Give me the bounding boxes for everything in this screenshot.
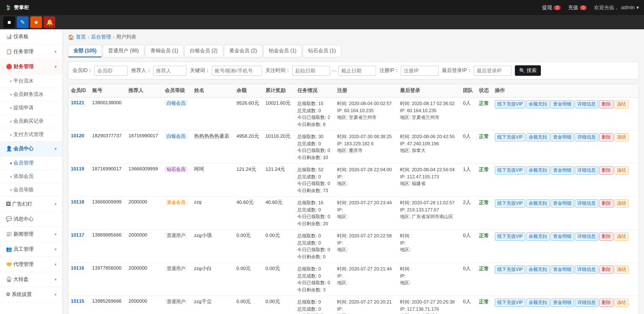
user-dropdown-icon[interactable]: ▾ (636, 5, 639, 10)
action-btn-冻结[interactable]: 冻结 (614, 299, 628, 307)
action-btn-删除[interactable]: 删除 (599, 133, 613, 142)
cell-actions: 线下充值VIP余额充扣资金明细详细信息删除冻结 (492, 197, 639, 230)
sidebar-item-settings[interactable]: ⚙ 系统设置 ▾ (0, 287, 62, 302)
action-btn-冻结[interactable]: 冻结 (614, 166, 628, 175)
withdraw-btn[interactable]: 提现 0 (542, 4, 561, 11)
action-btn-资金明细[interactable]: 资金明细 (551, 199, 574, 208)
chevron-icon: ▾ (55, 64, 57, 69)
search-button[interactable]: 🔍 搜索 (515, 65, 541, 76)
sidebar-item-finance-mgmt[interactable]: 🔴 财务管理 ▾ (0, 59, 62, 75)
toolbar-icon-star[interactable]: ★ (30, 16, 42, 28)
action-btn-余额充扣[interactable]: 余额充扣 (526, 100, 550, 108)
sidebar-sub-member-level[interactable]: 会员等级 (0, 183, 62, 197)
sidebar-item-ad[interactable]: 🖼 广告幻灯 ▾ (0, 197, 62, 212)
follow-time-group: 关注时间： — (265, 66, 376, 76)
sidebar-sub-add-member[interactable]: 添加会员 (0, 170, 62, 183)
action-btn-删除[interactable]: 删除 (599, 299, 613, 307)
keyword-input[interactable] (212, 66, 262, 76)
toolbar-icon-black[interactable]: ■ (3, 16, 15, 28)
toolbar-icon-edit[interactable]: ✎ (17, 16, 29, 28)
sidebar-sub-withdraw[interactable]: 提现申请 (0, 101, 62, 115)
action-btn-线下充值VIP[interactable]: 线下充值VIP (495, 265, 525, 274)
tab-0[interactable]: 全部 (105) (68, 45, 102, 57)
last-login-ip-input[interactable] (474, 66, 512, 76)
action-btn-线下充值VIP[interactable]: 线下充值VIP (495, 232, 525, 241)
action-btn-余额充扣[interactable]: 余额充扣 (526, 199, 550, 208)
action-btn-详细信息[interactable]: 详细信息 (575, 265, 598, 274)
breadcrumb-home[interactable]: 首页 (76, 33, 86, 41)
breadcrumb-backend[interactable]: 后台管理 (91, 33, 111, 41)
chevron-icon: ▾ (55, 232, 57, 237)
action-btn-线下充值VIP[interactable]: 线下充值VIP (495, 100, 525, 108)
recharge-btn[interactable]: 充值 0 (568, 4, 587, 11)
action-btn-资金明细[interactable]: 资金明细 (551, 166, 574, 175)
tab-3[interactable]: 白银会员 (2) (184, 45, 223, 57)
tab-4[interactable]: 黄金会员 (2) (224, 45, 262, 57)
action-btn-详细信息[interactable]: 详细信息 (575, 100, 598, 108)
action-btn-删除[interactable]: 删除 (599, 100, 613, 108)
sidebar-item-turntable[interactable]: 🎡 大转盘 ▾ (0, 272, 62, 287)
action-btn-线下充值VIP[interactable]: 线下充值VIP (495, 199, 525, 208)
sidebar-sub-member-flow[interactable]: 会员财务流水 (0, 88, 62, 101)
sidebar-item-member-center[interactable]: 👤 会员中心 ▾ (0, 142, 62, 157)
action-btn-删除[interactable]: 删除 (599, 199, 613, 208)
action-btn-详细信息[interactable]: 详细信息 (575, 299, 598, 307)
cell-level: 白银会员 (162, 98, 192, 131)
referrer-input[interactable] (153, 66, 187, 76)
cell-account: 18716990017 (90, 164, 126, 197)
action-btn-冻结[interactable]: 冻结 (614, 199, 628, 208)
cell-account: 13889985666 (90, 230, 126, 263)
action-btn-余额充扣[interactable]: 余额充扣 (526, 265, 550, 274)
action-btn-删除[interactable]: 删除 (599, 232, 613, 241)
action-btn-资金明细[interactable]: 资金明细 (551, 265, 574, 274)
action-btn-线下充值VIP[interactable]: 线下充值VIP (495, 166, 525, 175)
table-header-操作: 操作 (492, 84, 639, 98)
sidebar-item-task-mgmt[interactable]: 📋 任务管理 ▾ (0, 44, 62, 59)
action-btn-删除[interactable]: 删除 (599, 166, 613, 175)
withdraw-badge: 0 (554, 5, 561, 10)
cell-referrer: 2000000 (126, 263, 162, 296)
sidebar-item-staff[interactable]: 👥 员工管理 ▾ (0, 242, 62, 257)
action-btn-余额充扣[interactable]: 余额充扣 (526, 232, 550, 241)
action-btn-资金明细[interactable]: 资金明细 (551, 100, 574, 108)
cell-balance: 40.60元 (234, 197, 263, 230)
member-id-input[interactable] (94, 66, 128, 76)
action-btn-余额充扣[interactable]: 余额充扣 (526, 299, 550, 307)
action-btn-详细信息[interactable]: 详细信息 (575, 232, 598, 241)
sidebar-sub-purchase[interactable]: 会员购买记录 (0, 115, 62, 128)
search-icon: 🔍 (519, 68, 525, 74)
action-btn-资金明细[interactable]: 资金明细 (551, 133, 574, 142)
sidebar-sub-payment[interactable]: 支付方式管理 (0, 128, 62, 142)
action-btn-冻结[interactable]: 冻结 (614, 265, 628, 274)
sidebar-sub-member-mgmt[interactable]: 会员管理 (0, 157, 62, 170)
sidebar-item-dashboard[interactable]: 📊 仪表板 (0, 29, 62, 44)
tab-6[interactable]: 钻石会员 (1) (303, 45, 341, 57)
tab-2[interactable]: 青铜会员 (1) (145, 45, 184, 57)
sidebar-item-message[interactable]: 💬 消息中心 (0, 212, 62, 227)
chevron-icon: ▾ (55, 247, 57, 252)
action-btn-线下充值VIP[interactable]: 线下充值VIP (495, 299, 525, 307)
sidebar-item-agent[interactable]: 🤝 代理管理 ▾ (0, 257, 62, 272)
action-btn-冻结[interactable]: 冻结 (614, 100, 628, 108)
action-btn-详细信息[interactable]: 详细信息 (575, 199, 598, 208)
action-btn-余额充扣[interactable]: 余额充扣 (526, 133, 550, 142)
action-btn-冻结[interactable]: 冻结 (614, 133, 628, 142)
toolbar-icon-bell[interactable]: 🔔 (44, 16, 55, 28)
action-btn-冻结[interactable]: 冻结 (614, 232, 628, 241)
action-btn-余额充扣[interactable]: 余额充扣 (526, 166, 550, 175)
tab-1[interactable]: 普通用户 (98) (103, 45, 144, 57)
action-btn-详细信息[interactable]: 详细信息 (575, 166, 598, 175)
action-btn-删除[interactable]: 删除 (599, 265, 613, 274)
sidebar-sub-platform-flow[interactable]: 平台流水 (0, 75, 62, 88)
action-btn-资金明细[interactable]: 资金明细 (551, 299, 574, 307)
cell-team: 0人 (460, 131, 476, 164)
action-btn-线下充值VIP[interactable]: 线下充值VIP (495, 133, 525, 142)
register-ip-input[interactable] (401, 66, 439, 76)
tab-5[interactable]: 铂金会员 (1) (263, 45, 302, 57)
sidebar-item-news[interactable]: 📰 新闻管理 ▾ (0, 227, 62, 242)
action-btn-资金明细[interactable]: 资金明细 (551, 232, 574, 241)
cell-team: 0人 (460, 263, 476, 296)
action-btn-详细信息[interactable]: 详细信息 (575, 133, 598, 142)
end-date-input[interactable] (338, 66, 376, 76)
start-date-input[interactable] (292, 66, 330, 76)
